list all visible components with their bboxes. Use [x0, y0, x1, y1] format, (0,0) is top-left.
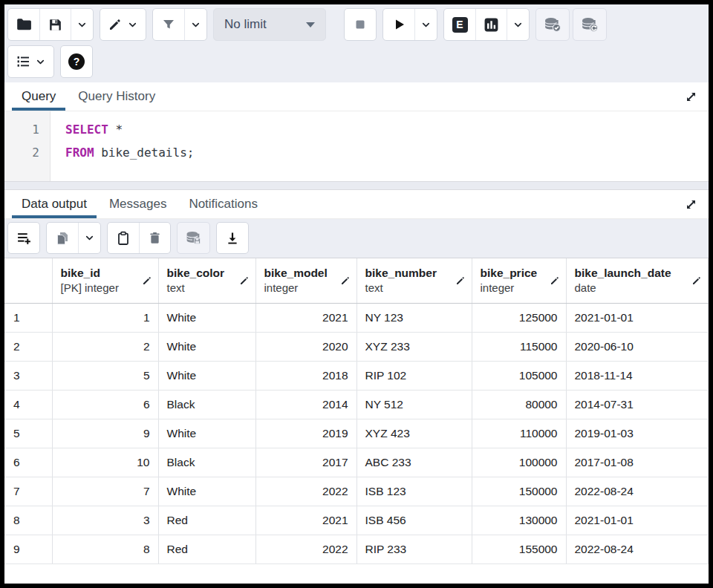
table-cell[interactable]: White [158, 332, 255, 361]
table-cell[interactable]: NY 123 [356, 303, 472, 332]
copy-button[interactable] [47, 223, 78, 253]
table-cell[interactable]: 2014-07-31 [566, 390, 709, 419]
table-cell[interactable]: 7 [52, 477, 158, 506]
tab-query[interactable]: Query [12, 82, 65, 111]
table-cell[interactable]: 105000 [472, 361, 566, 390]
column-header-bike-id[interactable]: bike_id[PK] integer [52, 258, 158, 303]
table-cell[interactable]: 1 [52, 303, 158, 332]
table-cell[interactable]: 2 [52, 332, 158, 361]
save-menu-button[interactable] [71, 9, 93, 40]
expand-results-panel-button[interactable] [681, 195, 701, 215]
table-cell[interactable]: Black [158, 448, 255, 477]
filter-menu-button[interactable] [184, 9, 206, 40]
table-cell[interactable]: 155000 [472, 535, 566, 564]
row-number-cell[interactable]: 6 [4, 448, 52, 477]
table-cell[interactable]: 8 [52, 535, 158, 564]
table-cell[interactable]: 100000 [472, 448, 566, 477]
sql-code[interactable]: SELECT * FROM bike_details; [51, 111, 194, 181]
table-cell[interactable]: RIP 102 [356, 361, 472, 390]
column-header-bike-price[interactable]: bike_priceinteger [472, 258, 566, 303]
panel-splitter[interactable] [4, 181, 709, 190]
download-csv-button[interactable] [217, 223, 248, 253]
help-button[interactable]: ? [61, 46, 92, 77]
explain-analyze-button[interactable] [475, 9, 507, 40]
table-cell[interactable]: ISB 456 [356, 506, 472, 535]
column-header-bike-model[interactable]: bike_modelinteger [255, 258, 356, 303]
table-cell[interactable]: XYZ 233 [356, 332, 472, 361]
execute-button[interactable] [383, 9, 414, 40]
edit-dropdown-button[interactable] [100, 9, 146, 40]
table-cell[interactable]: 2021 [255, 303, 356, 332]
execute-menu-button[interactable] [414, 9, 437, 40]
table-cell[interactable]: RIP 233 [356, 535, 472, 564]
row-number-cell[interactable]: 7 [4, 477, 52, 506]
macros-dropdown-button[interactable] [8, 46, 53, 77]
table-cell[interactable]: XYZ 423 [356, 419, 472, 448]
tab-notifications[interactable]: Notifications [179, 190, 267, 218]
table-cell[interactable]: 2017-01-08 [566, 448, 709, 477]
table-cell[interactable]: White [158, 419, 255, 448]
expand-query-panel-button[interactable] [681, 87, 701, 107]
add-row-button[interactable] [8, 223, 39, 253]
table-cell[interactable]: 9 [52, 419, 158, 448]
table-cell[interactable]: 3 [52, 506, 158, 535]
sql-editor[interactable]: 1 2 SELECT * FROM bike_details; [4, 111, 709, 181]
row-number-cell[interactable]: 2 [4, 332, 52, 361]
table-cell[interactable]: 125000 [472, 303, 566, 332]
table-cell[interactable]: 2019 [255, 419, 356, 448]
table-cell[interactable]: 2018-11-14 [566, 361, 709, 390]
table-cell[interactable]: 80000 [472, 390, 566, 419]
table-cell[interactable]: 2021-01-01 [566, 506, 709, 535]
table-cell[interactable]: Red [158, 506, 255, 535]
row-limit-select[interactable]: No limit [213, 8, 326, 41]
table-cell[interactable]: NY 512 [356, 390, 472, 419]
table-cell[interactable]: 2022-08-24 [566, 477, 709, 506]
tab-messages[interactable]: Messages [100, 190, 176, 218]
table-cell[interactable]: 2014 [255, 390, 356, 419]
rollback-button[interactable] [573, 9, 606, 40]
tab-data-output[interactable]: Data output [12, 190, 97, 218]
save-data-changes-button[interactable] [178, 223, 209, 253]
table-cell[interactable]: 2020 [255, 332, 356, 361]
table-cell[interactable]: 110000 [472, 419, 566, 448]
table-cell[interactable]: Red [158, 535, 255, 564]
table-cell[interactable]: 2022 [255, 535, 356, 564]
row-number-cell[interactable]: 4 [4, 390, 52, 419]
table-cell[interactable]: 10 [52, 448, 158, 477]
table-cell[interactable]: 115000 [472, 332, 566, 361]
tab-query-history[interactable]: Query History [68, 82, 165, 111]
row-number-cell[interactable]: 9 [4, 535, 52, 564]
table-cell[interactable]: 2017 [255, 448, 356, 477]
explain-button[interactable]: E [444, 9, 475, 40]
copy-menu-button[interactable] [78, 223, 100, 253]
table-cell[interactable]: 2022 [255, 477, 356, 506]
filter-button[interactable] [153, 9, 184, 40]
table-cell[interactable]: 150000 [472, 477, 566, 506]
open-file-button[interactable] [8, 9, 39, 40]
table-cell[interactable]: White [158, 477, 255, 506]
table-cell[interactable]: ABC 233 [356, 448, 472, 477]
commit-button[interactable] [536, 9, 569, 40]
delete-row-button[interactable] [139, 223, 170, 253]
column-header-bike-launch-date[interactable]: bike_launch_datedate [566, 258, 709, 303]
table-cell[interactable]: 130000 [472, 506, 566, 535]
table-cell[interactable]: 2022-08-24 [566, 535, 709, 564]
column-header-bike-color[interactable]: bike_colortext [158, 258, 255, 303]
table-cell[interactable]: 2021 [255, 506, 356, 535]
table-cell[interactable]: Black [158, 390, 255, 419]
table-cell[interactable]: 2020-06-10 [566, 332, 709, 361]
save-button[interactable] [39, 9, 71, 40]
table-cell[interactable]: 6 [52, 390, 158, 419]
table-cell[interactable]: White [158, 303, 255, 332]
row-number-cell[interactable]: 8 [4, 506, 52, 535]
explain-menu-button[interactable] [507, 9, 529, 40]
table-cell[interactable]: 5 [52, 361, 158, 390]
table-cell[interactable]: 2021-01-01 [566, 303, 709, 332]
row-number-cell[interactable]: 3 [4, 361, 52, 390]
row-number-cell[interactable]: 1 [4, 303, 52, 332]
table-cell[interactable]: White [158, 361, 255, 390]
row-number-cell[interactable]: 5 [4, 419, 52, 448]
column-header-bike-number[interactable]: bike_numbertext [356, 258, 472, 303]
table-cell[interactable]: ISB 123 [356, 477, 472, 506]
paste-button[interactable] [108, 223, 139, 253]
